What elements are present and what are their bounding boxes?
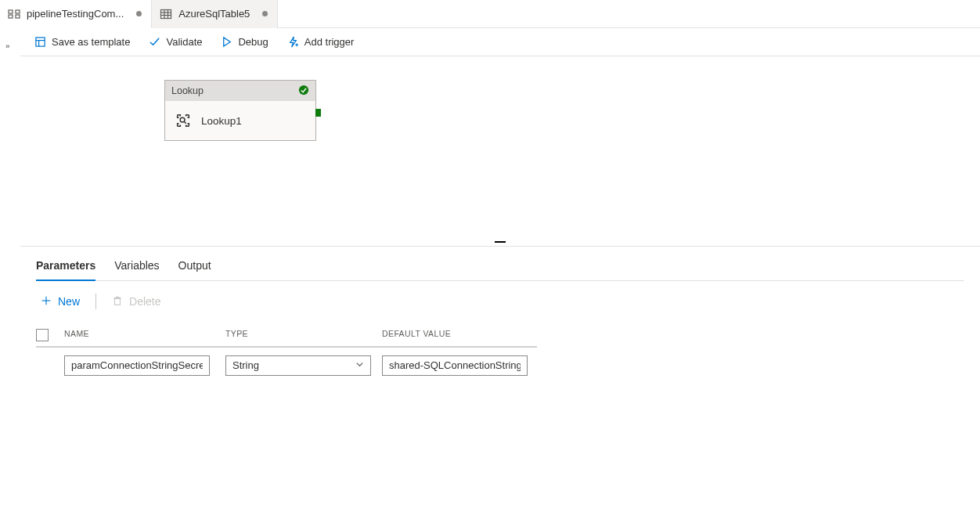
select-all-checkbox[interactable] <box>36 329 49 341</box>
table-row: String <box>36 348 537 384</box>
play-icon <box>221 36 232 48</box>
col-type: TYPE <box>221 329 377 341</box>
toolbar-label: Add trigger <box>304 36 355 48</box>
svg-text:»: » <box>5 41 10 50</box>
svg-rect-1 <box>16 10 20 13</box>
svg-point-16 <box>299 85 308 94</box>
pipeline-icon <box>8 8 20 20</box>
svg-rect-10 <box>36 38 45 46</box>
lightning-icon <box>287 36 299 48</box>
param-type-select[interactable]: String <box>225 355 371 376</box>
pipeline-canvas[interactable]: Lookup Lookup1 <box>20 56 980 238</box>
properties-tabs: Parameters Variables Output <box>36 253 964 281</box>
tab-output[interactable]: Output <box>178 253 211 281</box>
svg-line-18 <box>184 121 186 123</box>
activity-output-handle[interactable] <box>315 109 321 117</box>
toolbar-label: Validate <box>166 36 202 48</box>
validate-button[interactable]: Validate <box>147 33 204 51</box>
toolbar-label: Debug <box>238 36 268 48</box>
delete-parameter-button: Delete <box>107 292 165 312</box>
tab-parameters[interactable]: Parameters <box>36 253 95 281</box>
table-header-row: NAME TYPE DEFAULT VALUE <box>36 324 537 348</box>
status-success-icon <box>298 85 309 98</box>
delete-label: Delete <box>129 295 160 308</box>
plus-icon <box>41 295 52 308</box>
svg-rect-0 <box>9 10 13 13</box>
tab-variables[interactable]: Variables <box>114 253 159 281</box>
svg-point-17 <box>180 117 185 122</box>
modified-indicator-icon <box>262 11 268 16</box>
table-icon <box>160 8 172 20</box>
editor-tab-label: pipelineTestingCom... <box>27 8 124 20</box>
editor-tab-pipeline[interactable]: pipelineTestingCom... <box>0 0 151 28</box>
param-name-input[interactable] <box>64 355 210 376</box>
activity-name: Lookup1 <box>201 115 242 127</box>
properties-panel: Parameters Variables Output New Delete <box>20 246 980 523</box>
panel-resize-handle[interactable] <box>20 238 980 246</box>
separator <box>95 294 96 309</box>
template-icon <box>34 36 46 48</box>
activity-header: Lookup <box>165 81 315 101</box>
editor-tab-strip: pipelineTestingCom... AzureSqlTable5 <box>0 0 980 28</box>
save-as-template-button[interactable]: Save as template <box>33 33 132 51</box>
svg-rect-21 <box>115 298 121 305</box>
svg-rect-2 <box>9 15 13 18</box>
add-trigger-button[interactable]: Add trigger <box>286 33 356 51</box>
trash-icon <box>112 295 123 308</box>
col-default: DEFAULT VALUE <box>377 329 534 341</box>
svg-rect-4 <box>161 9 171 18</box>
check-icon <box>149 36 160 48</box>
pipeline-toolbar: Save as template Validate Debug Add trig… <box>20 28 980 56</box>
expand-sidebar-button[interactable]: » <box>0 36 20 56</box>
activity-type-label: Lookup <box>171 85 204 96</box>
debug-button[interactable]: Debug <box>219 33 269 51</box>
lookup-icon <box>175 112 192 129</box>
toolbar-label: Save as template <box>52 36 130 48</box>
select-value: String <box>232 359 259 371</box>
svg-marker-13 <box>224 38 230 46</box>
editor-tab-label: AzureSqlTable5 <box>178 8 250 20</box>
new-label: New <box>58 295 80 308</box>
svg-rect-3 <box>16 15 20 18</box>
modified-indicator-icon <box>136 11 142 16</box>
chevron-down-icon <box>355 359 364 371</box>
new-parameter-button[interactable]: New <box>36 292 85 312</box>
param-default-input[interactable] <box>382 355 528 376</box>
activity-node-lookup[interactable]: Lookup Lookup1 <box>164 80 316 141</box>
parameters-table: NAME TYPE DEFAULT VALUE String <box>36 324 537 384</box>
col-name: NAME <box>64 329 221 341</box>
editor-tab-dataset[interactable]: AzureSqlTable5 <box>151 0 278 28</box>
